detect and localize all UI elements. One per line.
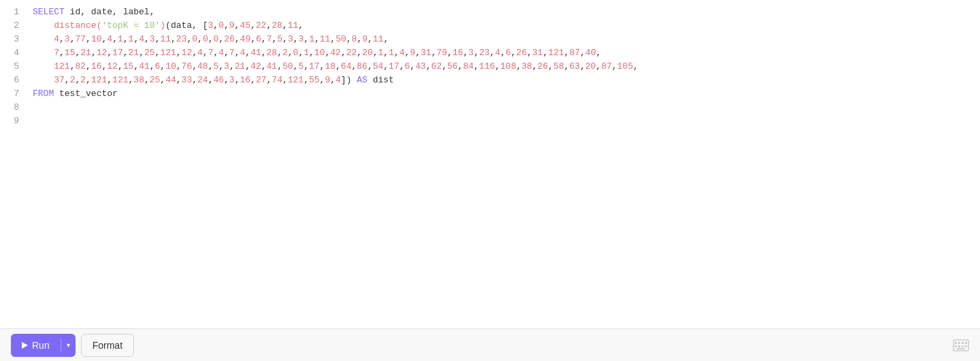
line-number: 9 — [8, 114, 19, 128]
svg-rect-9 — [957, 348, 965, 349]
toolbar: Run ▾ Format — [0, 328, 980, 361]
code-line-1: SELECT id, date, label, — [33, 5, 975, 19]
code-line-5: 121,82,16,12,15,41,6,10,76,48,5,3,21,42,… — [33, 60, 975, 74]
format-button[interactable]: Format — [81, 334, 134, 357]
code-line-3: 4,3,77,10,4,1,1,4,3,11,23,0,0,0,26,49,6,… — [33, 33, 975, 46]
run-dropdown-button[interactable]: ▾ — [61, 334, 76, 357]
code-line-2: distance('topK = 10')(data, [3,0,9,45,22… — [33, 19, 975, 33]
run-label: Run — [32, 340, 50, 351]
code-editor[interactable]: SELECT id, date, label, distance('topK =… — [27, 5, 980, 323]
line-number: 5 — [8, 60, 19, 74]
editor-container: 1 2 3 4 5 6 7 8 9 SELECT id, date, label… — [0, 0, 980, 361]
line-number: 4 — [8, 46, 19, 60]
svg-rect-7 — [962, 345, 964, 347]
line-number: 2 — [8, 19, 19, 33]
chevron-down-icon: ▾ — [67, 341, 70, 349]
code-area[interactable]: 1 2 3 4 5 6 7 8 9 SELECT id, date, label… — [0, 0, 980, 328]
svg-rect-4 — [965, 342, 967, 344]
line-number: 7 — [8, 87, 19, 101]
run-button[interactable]: Run — [11, 334, 61, 357]
line-number: 1 — [8, 5, 19, 19]
svg-rect-1 — [955, 342, 957, 344]
svg-rect-3 — [962, 342, 964, 344]
line-numbers: 1 2 3 4 5 6 7 8 9 — [0, 5, 27, 323]
format-label: Format — [93, 340, 122, 351]
svg-rect-2 — [958, 342, 960, 344]
svg-rect-5 — [955, 345, 957, 347]
code-line-4: 7,15,21,12,17,21,25,121,12,4,7,4,7,4,41,… — [33, 46, 975, 60]
play-icon — [22, 342, 28, 349]
run-button-group[interactable]: Run ▾ — [11, 334, 76, 357]
code-line-8: FROM test_vector — [33, 87, 975, 101]
svg-rect-8 — [965, 345, 967, 347]
line-number: 6 — [8, 74, 19, 87]
svg-rect-6 — [958, 345, 960, 347]
code-line-7: 37,2,2,121,121,38,25,44,33,24,46,3,16,27… — [33, 74, 975, 87]
keyboard-icon — [953, 339, 969, 351]
line-number: 3 — [8, 33, 19, 46]
line-number: 8 — [8, 101, 19, 114]
